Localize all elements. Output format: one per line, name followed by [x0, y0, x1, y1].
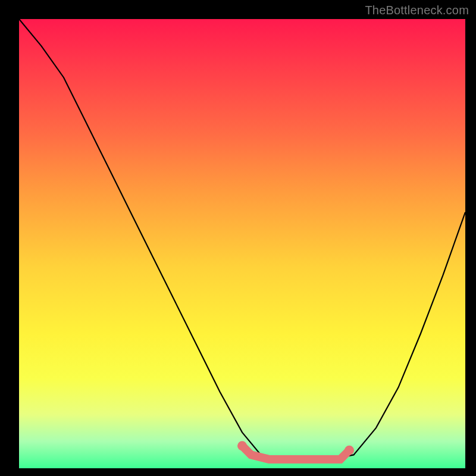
svg-point-1 — [345, 446, 354, 455]
curve-line — [19, 19, 465, 459]
watermark-text: TheBottleneck.com — [365, 4, 469, 17]
chart-stage: TheBottleneck.com — [0, 0, 476, 476]
chart-overlay — [0, 0, 476, 476]
highlight-band — [237, 441, 354, 459]
svg-point-0 — [237, 441, 247, 450]
